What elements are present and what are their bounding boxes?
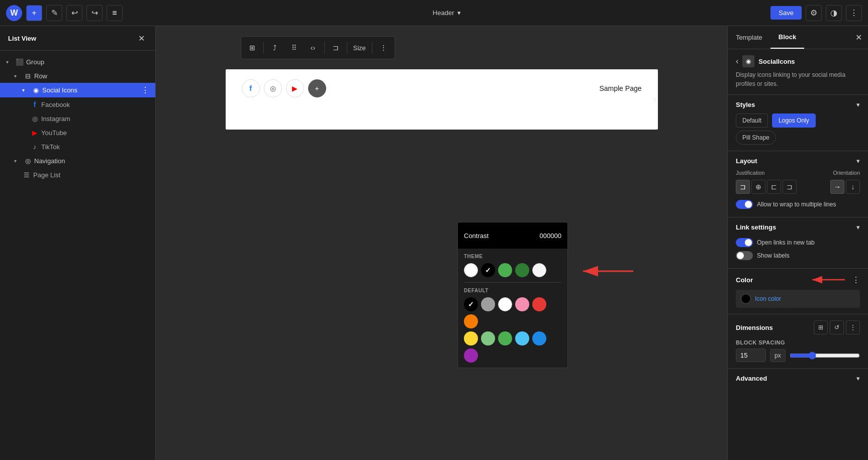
settings-button[interactable]: ⚙	[806, 5, 822, 21]
add-social-icon-button[interactable]: +	[308, 79, 326, 97]
orientation-vertical-button[interactable]: ↓	[846, 180, 860, 194]
more-button[interactable]: ⋮	[374, 39, 393, 57]
right-panel-tabs: Template Block ✕	[728, 26, 868, 49]
tree-item-row[interactable]: ▾ ⊟ Row	[0, 69, 155, 83]
advanced-header[interactable]: Advanced ▾	[736, 375, 860, 382]
icon-color-label[interactable]: Icon color	[755, 295, 781, 302]
wp-logo-icon[interactable]: W	[6, 5, 22, 21]
default-green[interactable]	[498, 331, 512, 346]
spacing-unit[interactable]: px	[770, 349, 786, 362]
drag-button[interactable]: ⠿	[285, 39, 303, 57]
show-labels-toggle[interactable]	[736, 251, 753, 260]
size-button[interactable]: Size	[349, 44, 370, 52]
block-spacing-input[interactable]	[736, 349, 766, 362]
save-button[interactable]: Save	[770, 6, 802, 20]
default-blue[interactable]	[532, 331, 546, 346]
justify-right-button[interactable]: ⊏	[767, 180, 781, 194]
default-grey[interactable]	[481, 297, 495, 311]
resize-handle[interactable]: ⋮	[652, 69, 658, 130]
orientation-horizontal-button[interactable]: →	[830, 180, 844, 194]
icon-color-row[interactable]: Icon color	[736, 290, 860, 308]
wrap-toggle[interactable]	[736, 200, 753, 209]
tree-item-instagram[interactable]: ◎ Instagram	[0, 111, 155, 126]
block-spacing-slider[interactable]	[790, 352, 860, 360]
list-view-close-button[interactable]: ✕	[135, 32, 147, 44]
default-yellow[interactable]	[464, 331, 478, 346]
pill-shape-button[interactable]: Pill Shape	[736, 131, 776, 145]
back-icon[interactable]: ‹	[736, 57, 738, 66]
add-block-button[interactable]: +	[26, 5, 42, 21]
theme-color-black[interactable]	[481, 263, 495, 277]
redo-button[interactable]: ↪	[86, 5, 103, 21]
default-pink[interactable]	[515, 297, 529, 311]
nav-button[interactable]: ‹›	[304, 39, 322, 57]
header-label: Header	[433, 9, 454, 17]
main-layout: List View ✕ ▾ ⬛ Group ▾ ⊟ Row ▾ ◉ Social…	[0, 26, 868, 460]
canvas: ⊞ ⤴ ⠿ ‹› ⊐ Size ⋮ f ◎ ▶ +	[156, 26, 727, 460]
options-icon[interactable]: ⋮	[139, 85, 151, 95]
styles-section: Styles ▾ Default Logos Only Pill Shape	[728, 95, 868, 151]
show-labels-row: Show labels	[736, 249, 860, 262]
share-button[interactable]: ⤴	[266, 39, 284, 57]
tab-block[interactable]: Block	[770, 26, 804, 49]
chevron-down-icon: ▾	[14, 73, 21, 79]
topbar-left: W + ✎ ↩ ↪ ≡	[6, 5, 123, 21]
justify-space-button[interactable]: ⊐	[783, 180, 797, 194]
default-lightgreen[interactable]	[481, 331, 495, 346]
justify-left-button[interactable]: ⊐	[736, 180, 750, 194]
layout-chevron-icon[interactable]: ▾	[856, 157, 860, 165]
list-view-button[interactable]: ≡	[107, 5, 123, 21]
theme-color-darkgreen[interactable]	[515, 263, 529, 277]
block-spacing-input-row: px	[736, 349, 860, 362]
tree-item-page-list[interactable]: ☰ Page List	[0, 168, 155, 182]
transform-button[interactable]: ⊞	[243, 39, 261, 57]
default-purple[interactable]	[464, 349, 478, 363]
tree-item-tiktok[interactable]: ♪ TikTok	[0, 140, 155, 154]
right-panel-close-button[interactable]: ✕	[849, 29, 868, 46]
color-arrow-container: ⋮	[810, 275, 860, 285]
sample-page-link[interactable]: Sample Page	[599, 84, 641, 92]
dimensions-link-button[interactable]: ⊞	[814, 320, 828, 334]
facebook-social-icon[interactable]: f	[242, 79, 260, 97]
theme-label: THEME	[464, 254, 561, 259]
navigation-label: Navigation	[34, 157, 151, 165]
undo-button[interactable]: ↩	[66, 5, 82, 21]
header-chevron-icon[interactable]: ▾	[457, 9, 461, 17]
link-settings-chevron-icon[interactable]: ▾	[856, 223, 860, 231]
default-black[interactable]	[464, 297, 478, 311]
advanced-chevron-icon[interactable]: ▾	[856, 375, 860, 382]
tree-item-social-icons[interactable]: ▾ ◉ Social Icons ⋮	[0, 83, 155, 97]
open-new-tab-toggle[interactable]	[736, 238, 753, 247]
right-panel: Template Block ✕ ‹ ◉ SocialIcons Display…	[727, 26, 868, 460]
styles-chevron-icon[interactable]: ▾	[856, 101, 860, 108]
justify-center-button[interactable]: ⊕	[751, 180, 765, 194]
default-lightblue[interactable]	[515, 331, 529, 346]
dimensions-more-button[interactable]: ⋮	[846, 320, 860, 334]
tab-template[interactable]: Template	[728, 27, 770, 48]
youtube-social-icon[interactable]: ▶	[286, 79, 304, 97]
theme-color-white[interactable]	[464, 263, 478, 277]
list-view-header: List View ✕	[0, 26, 155, 51]
style-logos-only-button[interactable]: Logos Only	[772, 113, 816, 128]
justification-label: Justification	[736, 170, 764, 176]
default-white[interactable]	[498, 297, 512, 311]
theme-color-light[interactable]	[532, 263, 546, 277]
default-red[interactable]	[532, 297, 546, 311]
instagram-icon: ◎	[30, 114, 39, 123]
align-button[interactable]: ⊐	[327, 39, 345, 57]
tree-item-navigation[interactable]: ▾ ◎ Navigation	[0, 154, 155, 168]
color-more-icon[interactable]: ⋮	[852, 275, 860, 285]
view-button[interactable]: ◑	[826, 5, 842, 21]
toolbar-divider-2	[324, 42, 325, 54]
more-options-button[interactable]: ⋮	[846, 5, 862, 21]
instagram-social-icon[interactable]: ◎	[264, 79, 282, 97]
tree-item-group[interactable]: ▾ ⬛ Group	[0, 55, 155, 69]
tree-item-youtube[interactable]: ▶ YouTube	[0, 126, 155, 140]
edit-button[interactable]: ✎	[46, 5, 62, 21]
style-default-button[interactable]: Default	[736, 113, 768, 128]
tree-item-facebook[interactable]: f Facebook	[0, 97, 155, 111]
social-icons-block-icon: ◉	[742, 55, 754, 67]
dimensions-reset-button[interactable]: ↺	[830, 320, 844, 334]
default-orange[interactable]	[464, 314, 478, 328]
theme-color-green[interactable]	[498, 263, 512, 277]
